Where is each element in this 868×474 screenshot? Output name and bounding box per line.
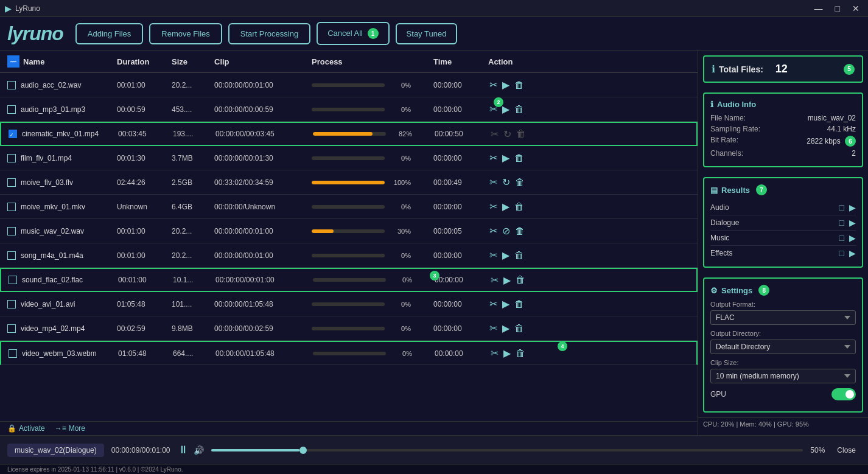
row-checkbox[interactable] (7, 203, 16, 211)
cut-button[interactable]: ✂ (489, 127, 500, 141)
refresh-button[interactable]: ↻ (502, 127, 513, 141)
status-bar: License expires in 2025-01-13 11:56:11 |… (0, 464, 868, 474)
row-checkbox[interactable]: ✓ (9, 130, 17, 138)
maximize-button[interactable]: □ (831, 2, 844, 15)
player-volume-button[interactable]: 🔊 (194, 445, 204, 455)
delete-button[interactable]: 🗑 (513, 152, 525, 165)
results-music-folder[interactable]: □ (839, 233, 844, 243)
play-button[interactable]: ▶ (501, 321, 511, 335)
bottom-bar: 🔒 Activate →≡ More (0, 421, 698, 435)
progress-bar (312, 83, 385, 87)
play-button[interactable]: ▶ (502, 273, 512, 287)
start-processing-button[interactable]: Start Processing (228, 23, 310, 44)
cancel-button[interactable]: ⊘ (501, 224, 511, 238)
play-button[interactable]: ▶ (501, 151, 511, 165)
play-button[interactable]: ▶ (502, 346, 512, 360)
delete-button[interactable]: 🗑 (515, 127, 527, 141)
results-audio-play[interactable]: ▶ (849, 203, 856, 212)
cut-button[interactable]: ✂ (489, 346, 500, 360)
player-title: music_wav_02(Dialogue) (7, 444, 104, 457)
close-button[interactable]: ✕ (849, 2, 863, 15)
delete-button[interactable]: 🗑 (513, 200, 525, 214)
progress-fill (312, 229, 334, 233)
cell-duration: Unknown (117, 203, 172, 211)
player-close-button[interactable]: Close (832, 444, 861, 457)
cell-actions: ✂ ▶ 🗑 (488, 151, 561, 165)
progress-bar (312, 205, 385, 209)
clip-size-select[interactable]: 10 min (medium memory) 5 min (low memory… (710, 369, 856, 383)
cut-button[interactable]: ✂ (488, 78, 499, 92)
cut-button[interactable]: ✂ (488, 151, 499, 165)
row-checkbox[interactable] (7, 154, 16, 162)
cut-button[interactable]: ✂ (488, 248, 499, 262)
delete-button[interactable]: 🗑 (513, 103, 525, 116)
row-checkbox[interactable] (7, 81, 16, 89)
player-progress-track[interactable] (211, 449, 803, 451)
cut-button[interactable]: ✂ (489, 273, 500, 287)
cut-button[interactable]: ✂ (488, 224, 499, 238)
delete-button[interactable]: 🗑 (514, 225, 526, 238)
delete-button[interactable]: 🗑 (513, 249, 525, 262)
results-effects-folder[interactable]: □ (839, 248, 844, 258)
results-music-row: Music □ ▶ (710, 231, 856, 246)
cancel-all-button[interactable]: Cancel All 1 (317, 22, 389, 45)
refresh-button[interactable]: ↻ (501, 175, 511, 189)
more-button[interactable]: →≡ More (55, 424, 85, 433)
row-checkbox[interactable] (9, 276, 17, 284)
output-dir-select[interactable]: Default Directory (710, 340, 856, 354)
file-name-row: File Name: music_wav_02 (710, 114, 856, 122)
row-checkbox[interactable] (7, 300, 16, 308)
titlebar-title: LyRuno (15, 4, 40, 13)
cell-duration: 00:01:00 (117, 251, 172, 260)
delete-button[interactable]: 🗑 (513, 298, 525, 311)
results-audio-folder[interactable]: □ (839, 203, 844, 212)
cut-button[interactable]: ✂ (488, 200, 499, 214)
activate-button[interactable]: 🔒 Activate (7, 424, 45, 433)
adding-files-button[interactable]: Adding Files (75, 23, 144, 44)
remove-files-button[interactable]: Remove Files (149, 23, 222, 44)
settings-badge: 8 (758, 285, 769, 296)
play-button[interactable]: ▶ (501, 297, 511, 311)
row-checkbox[interactable] (9, 349, 17, 358)
results-dialogue-row: Dialogue □ ▶ (710, 215, 856, 231)
delete-button[interactable]: 🗑 (514, 347, 527, 360)
row-checkbox[interactable] (7, 105, 16, 114)
delete-button[interactable]: 🗑 (514, 273, 527, 287)
row-checkbox[interactable] (7, 251, 16, 260)
play-button[interactable]: ▶ (501, 200, 511, 214)
delete-button[interactable]: 🗑 (514, 176, 526, 189)
gpu-toggle[interactable] (831, 388, 856, 400)
row-checkbox[interactable] (7, 324, 16, 333)
results-music-play[interactable]: ▶ (849, 233, 856, 243)
results-dialogue-folder[interactable]: □ (839, 218, 844, 228)
results-dialogue-play[interactable]: ▶ (849, 218, 856, 228)
player-bar: music_wav_02(Dialogue) 00:00:09/00:01:00… (0, 435, 868, 464)
cut-button[interactable]: ✂ (488, 321, 499, 335)
results-effects-play[interactable]: ▶ (849, 248, 856, 258)
cpu-stats: CPU: 20% | Mem: 40% | GPU: 95% (698, 417, 868, 430)
minimize-button[interactable]: — (811, 2, 827, 15)
right-panel: ℹ Total Files: 12 5 ℹ Audio Info File Na… (698, 51, 868, 435)
output-format-select[interactable]: FLAC MP3 WAV (710, 310, 856, 325)
cell-clip: 00:00:00/00:00:59 (214, 105, 312, 114)
cut-button[interactable]: ✂ (488, 175, 499, 189)
cell-name: moive_mkv_01.mkv (7, 203, 117, 211)
results-badge: 7 (756, 184, 767, 195)
cell-clip: 00:00:00/00:01:30 (214, 154, 312, 162)
row-checkbox[interactable] (7, 227, 16, 235)
stay-tuned-button[interactable]: Stay Tuned (396, 23, 458, 44)
select-all-checkbox[interactable]: — (7, 55, 19, 68)
play-button[interactable]: ▶ (501, 248, 511, 262)
row-checkbox[interactable] (7, 178, 16, 187)
cut-button[interactable]: 2✂ (488, 102, 499, 116)
cut-button[interactable]: ✂ (488, 297, 499, 311)
file-name: audio_acc_02.wav (21, 81, 81, 89)
progress-pct: 0% (391, 350, 412, 357)
play-button[interactable]: ▶ (501, 78, 511, 92)
delete-button[interactable]: 🗑 (513, 322, 525, 335)
logo: lyruno (7, 23, 63, 45)
player-pause-button[interactable]: ⏸ (178, 444, 189, 456)
delete-button[interactable]: 🗑 (513, 78, 525, 92)
file-name: video_avi_01.avi (21, 300, 75, 308)
results-dialogue-icons: □ ▶ (839, 218, 856, 228)
